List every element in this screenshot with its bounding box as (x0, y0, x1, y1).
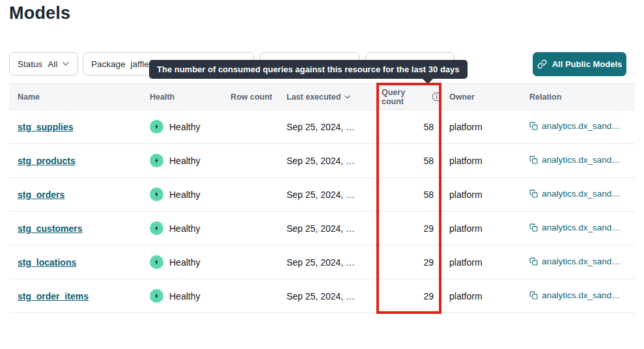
copy-icon (529, 223, 538, 232)
health-bolt-icon (150, 255, 163, 269)
models-page: Models Status All Package jaffle_ All Pu… (0, 0, 644, 349)
health-status-text: Healthy (169, 257, 200, 268)
relation-link[interactable]: analytics.dx_sand… (529, 290, 621, 300)
table-row: stg_supplies Healthy Sep 25, 2024, … 58 … (9, 110, 635, 144)
health-bolt-icon (150, 221, 163, 235)
model-link[interactable]: stg_locations (18, 257, 76, 268)
column-header-row-count: Row count (228, 92, 273, 102)
relation-text: analytics.dx_sand… (542, 257, 621, 266)
column-header-owner: Owner (441, 92, 521, 102)
copy-icon (529, 156, 538, 164)
query-count-tooltip: The number of consumed queries against t… (149, 60, 468, 79)
sort-chevron-down-icon (344, 95, 350, 99)
column-header-relation: Relation (521, 92, 635, 102)
query-count-value: 29 (376, 257, 441, 268)
page-title: Models (9, 3, 70, 23)
column-header-last-executed[interactable]: Last executed (273, 92, 376, 102)
health-bolt-icon (150, 154, 163, 167)
model-link[interactable]: stg_products (18, 156, 76, 166)
relation-text: analytics.dx_sand… (542, 121, 621, 131)
relation-link[interactable]: analytics.dx_sand… (529, 257, 621, 266)
relation-text: analytics.dx_sand… (542, 189, 621, 199)
tooltip-arrow (421, 77, 434, 84)
health-status-text: Healthy (169, 223, 200, 234)
owner-value: platform (441, 291, 521, 301)
table-row: stg_products Healthy Sep 25, 2024, … 58 … (9, 144, 635, 178)
models-table: Name Health Row count Last executed Quer… (9, 83, 635, 313)
column-header-health: Health (141, 92, 228, 102)
health-status-text: Healthy (169, 291, 200, 301)
owner-value: platform (441, 257, 521, 268)
copy-icon (529, 257, 538, 266)
owner-value: platform (441, 122, 521, 132)
table-row: stg_order_items Healthy Sep 25, 2024, … … (9, 279, 635, 313)
relation-text: analytics.dx_sand… (542, 155, 621, 165)
package-filter-label: Package (91, 59, 126, 69)
link-icon (537, 59, 547, 69)
all-public-models-label: All Public Models (552, 59, 623, 69)
copy-icon (529, 122, 538, 130)
status-filter-value: All (48, 59, 57, 69)
health-bolt-icon (150, 188, 163, 201)
chevron-down-icon (63, 62, 69, 66)
relation-link[interactable]: analytics.dx_sand… (529, 223, 621, 232)
query-count-value: 58 (376, 122, 441, 132)
status-filter-dropdown[interactable]: Status All (9, 52, 78, 76)
owner-value: platform (441, 189, 521, 200)
query-count-value: 29 (376, 223, 441, 234)
model-link[interactable]: stg_supplies (18, 122, 74, 132)
all-public-models-button[interactable]: All Public Models (533, 52, 626, 76)
health-bolt-icon (150, 289, 163, 303)
table-row: stg_locations Healthy Sep 25, 2024, … 29… (9, 245, 635, 279)
last-executed-value: Sep 25, 2024, … (273, 223, 376, 234)
table-row: stg_orders Healthy Sep 25, 2024, … 58 pl… (9, 178, 635, 212)
model-link[interactable]: stg_order_items (18, 291, 89, 301)
relation-link[interactable]: analytics.dx_sand… (529, 155, 621, 165)
last-executed-value: Sep 25, 2024, … (273, 189, 376, 200)
query-count-label: Query count (382, 88, 428, 106)
column-header-query-count[interactable]: Query count (376, 88, 441, 106)
last-executed-value: Sep 25, 2024, … (273, 122, 376, 132)
last-executed-value: Sep 25, 2024, … (273, 156, 376, 166)
health-status-text: Healthy (169, 156, 200, 166)
last-executed-value: Sep 25, 2024, … (273, 291, 376, 301)
model-link[interactable]: stg_orders (18, 189, 64, 200)
table-row: stg_customers Healthy Sep 25, 2024, … 29… (9, 212, 635, 245)
relation-link[interactable]: analytics.dx_sand… (529, 189, 621, 199)
health-bolt-icon (150, 120, 163, 133)
model-link[interactable]: stg_customers (18, 223, 83, 234)
health-status-text: Healthy (169, 189, 200, 200)
status-filter-label: Status (18, 59, 42, 69)
column-header-name: Name (9, 92, 141, 102)
copy-icon (529, 291, 538, 300)
relation-text: analytics.dx_sand… (542, 290, 621, 300)
info-icon[interactable] (432, 92, 441, 102)
owner-value: platform (441, 156, 521, 166)
table-header-row: Name Health Row count Last executed Quer… (9, 83, 635, 110)
health-status-text: Healthy (169, 122, 200, 132)
query-count-value: 58 (376, 156, 441, 166)
last-executed-value: Sep 25, 2024, … (273, 257, 376, 268)
query-count-value: 29 (376, 291, 441, 301)
query-count-value: 58 (376, 189, 441, 200)
owner-value: platform (441, 223, 521, 234)
relation-text: analytics.dx_sand… (542, 223, 621, 232)
last-executed-label: Last executed (287, 92, 341, 102)
relation-link[interactable]: analytics.dx_sand… (529, 121, 621, 131)
copy-icon (529, 189, 538, 198)
